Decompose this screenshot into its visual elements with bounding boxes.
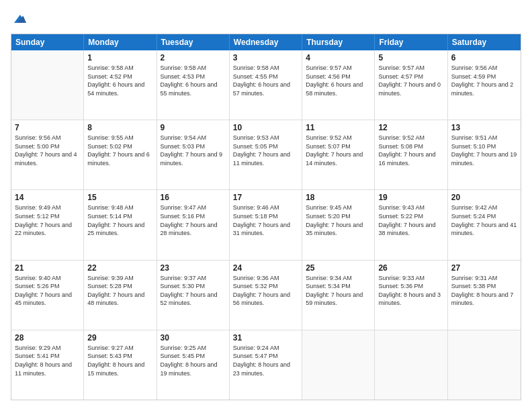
day-number: 30 (161, 333, 226, 342)
week-row-1: 1Sunrise: 9:58 AMSunset: 4:52 PMDaylight… (11, 50, 521, 120)
day-21: 21Sunrise: 9:40 AMSunset: 5:26 PMDayligh… (11, 261, 84, 330)
day-8: 8Sunrise: 9:55 AMSunset: 5:02 PMDaylight… (84, 120, 157, 189)
day-number: 29 (87, 333, 152, 342)
day-23: 23Sunrise: 9:37 AMSunset: 5:30 PMDayligh… (157, 261, 230, 330)
header-thursday: Thursday (302, 34, 375, 50)
day-info: Sunrise: 9:57 AMSunset: 4:57 PMDaylight:… (378, 64, 443, 97)
day-5: 5Sunrise: 9:57 AMSunset: 4:57 PMDaylight… (375, 50, 447, 120)
day-info: Sunrise: 9:25 AMSunset: 5:45 PMDaylight:… (161, 344, 226, 377)
day-22: 22Sunrise: 9:39 AMSunset: 5:28 PMDayligh… (84, 261, 157, 330)
day-info: Sunrise: 9:27 AMSunset: 5:43 PMDaylight:… (87, 344, 152, 377)
day-info: Sunrise: 9:43 AMSunset: 5:22 PMDaylight:… (378, 203, 443, 237)
day-info: Sunrise: 9:53 AMSunset: 5:05 PMDaylight:… (233, 134, 298, 167)
empty-cell (302, 330, 375, 400)
day-number: 13 (451, 123, 517, 132)
day-number: 27 (451, 263, 517, 273)
day-number: 9 (161, 123, 226, 132)
calendar-header: Sunday Monday Tuesday Wednesday Thursday… (11, 34, 521, 50)
day-info: Sunrise: 9:54 AMSunset: 5:03 PMDaylight:… (161, 134, 226, 167)
day-number: 17 (233, 193, 298, 202)
day-number: 12 (378, 123, 443, 132)
day-number: 24 (233, 263, 298, 273)
day-info: Sunrise: 9:47 AMSunset: 5:16 PMDaylight:… (161, 203, 226, 237)
day-number: 25 (306, 263, 371, 273)
day-number: 31 (233, 333, 298, 342)
day-number: 10 (233, 123, 298, 132)
day-17: 17Sunrise: 9:46 AMSunset: 5:18 PMDayligh… (230, 190, 302, 259)
day-info: Sunrise: 9:55 AMSunset: 5:02 PMDaylight:… (87, 134, 152, 167)
day-25: 25Sunrise: 9:34 AMSunset: 5:34 PMDayligh… (302, 261, 375, 330)
day-number: 7 (15, 123, 80, 132)
logo (11, 11, 28, 27)
day-number: 20 (451, 193, 517, 202)
day-number: 6 (451, 53, 517, 62)
header-tuesday: Tuesday (157, 34, 230, 50)
day-19: 19Sunrise: 9:43 AMSunset: 5:22 PMDayligh… (375, 190, 447, 259)
day-number: 26 (378, 263, 443, 273)
day-info: Sunrise: 9:56 AMSunset: 4:59 PMDaylight:… (451, 64, 517, 97)
day-info: Sunrise: 9:31 AMSunset: 5:38 PMDaylight:… (451, 274, 517, 308)
day-3: 3Sunrise: 9:58 AMSunset: 4:55 PMDaylight… (230, 50, 302, 120)
day-number: 15 (87, 193, 152, 202)
day-4: 4Sunrise: 9:57 AMSunset: 4:56 PMDaylight… (302, 50, 375, 120)
day-number: 19 (378, 193, 443, 202)
day-info: Sunrise: 9:33 AMSunset: 5:36 PMDaylight:… (378, 274, 443, 308)
day-number: 4 (306, 53, 371, 62)
header-friday: Friday (375, 34, 447, 50)
day-13: 13Sunrise: 9:51 AMSunset: 5:10 PMDayligh… (448, 120, 521, 189)
week-row-5: 28Sunrise: 9:29 AMSunset: 5:41 PMDayligh… (11, 330, 521, 400)
day-info: Sunrise: 9:39 AMSunset: 5:28 PMDaylight:… (87, 274, 152, 308)
day-9: 9Sunrise: 9:54 AMSunset: 5:03 PMDaylight… (157, 120, 230, 189)
calendar: Sunday Monday Tuesday Wednesday Thursday… (11, 34, 521, 400)
day-number: 22 (87, 263, 152, 273)
day-info: Sunrise: 9:56 AMSunset: 5:00 PMDaylight:… (15, 134, 80, 167)
week-row-3: 14Sunrise: 9:49 AMSunset: 5:12 PMDayligh… (11, 190, 521, 260)
day-11: 11Sunrise: 9:52 AMSunset: 5:07 PMDayligh… (302, 120, 375, 189)
day-info: Sunrise: 9:24 AMSunset: 5:47 PMDaylight:… (233, 344, 298, 377)
logo-icon (12, 11, 28, 27)
day-info: Sunrise: 9:49 AMSunset: 5:12 PMDaylight:… (15, 203, 80, 237)
day-20: 20Sunrise: 9:42 AMSunset: 5:24 PMDayligh… (448, 190, 521, 259)
empty-cell (11, 50, 84, 120)
day-15: 15Sunrise: 9:48 AMSunset: 5:14 PMDayligh… (84, 190, 157, 259)
day-18: 18Sunrise: 9:45 AMSunset: 5:20 PMDayligh… (302, 190, 375, 259)
header-wednesday: Wednesday (230, 34, 302, 50)
day-number: 28 (15, 333, 80, 342)
day-number: 16 (161, 193, 226, 202)
header-monday: Monday (84, 34, 157, 50)
week-row-2: 7Sunrise: 9:56 AMSunset: 5:00 PMDaylight… (11, 120, 521, 190)
day-info: Sunrise: 9:57 AMSunset: 4:56 PMDaylight:… (306, 64, 371, 97)
day-number: 3 (233, 53, 298, 62)
day-number: 23 (161, 263, 226, 273)
day-number: 14 (15, 193, 80, 202)
calendar-body: 1Sunrise: 9:58 AMSunset: 4:52 PMDaylight… (11, 50, 521, 400)
day-info: Sunrise: 9:42 AMSunset: 5:24 PMDaylight:… (451, 203, 517, 237)
day-29: 29Sunrise: 9:27 AMSunset: 5:43 PMDayligh… (84, 330, 157, 400)
day-info: Sunrise: 9:51 AMSunset: 5:10 PMDaylight:… (451, 134, 517, 167)
day-6: 6Sunrise: 9:56 AMSunset: 4:59 PMDaylight… (448, 50, 521, 120)
day-info: Sunrise: 9:52 AMSunset: 5:08 PMDaylight:… (378, 134, 443, 167)
day-number: 5 (378, 53, 443, 62)
day-info: Sunrise: 9:45 AMSunset: 5:20 PMDaylight:… (306, 203, 371, 237)
day-number: 11 (306, 123, 371, 132)
header-sunday: Sunday (11, 34, 84, 50)
page: Sunday Monday Tuesday Wednesday Thursday… (0, 0, 532, 411)
day-16: 16Sunrise: 9:47 AMSunset: 5:16 PMDayligh… (157, 190, 230, 259)
day-28: 28Sunrise: 9:29 AMSunset: 5:41 PMDayligh… (11, 330, 84, 400)
week-row-4: 21Sunrise: 9:40 AMSunset: 5:26 PMDayligh… (11, 261, 521, 330)
day-26: 26Sunrise: 9:33 AMSunset: 5:36 PMDayligh… (375, 261, 447, 330)
day-30: 30Sunrise: 9:25 AMSunset: 5:45 PMDayligh… (157, 330, 230, 400)
day-info: Sunrise: 9:58 AMSunset: 4:53 PMDaylight:… (161, 64, 226, 97)
day-7: 7Sunrise: 9:56 AMSunset: 5:00 PMDaylight… (11, 120, 84, 189)
day-27: 27Sunrise: 9:31 AMSunset: 5:38 PMDayligh… (448, 261, 521, 330)
day-2: 2Sunrise: 9:58 AMSunset: 4:53 PMDaylight… (157, 50, 230, 120)
day-10: 10Sunrise: 9:53 AMSunset: 5:05 PMDayligh… (230, 120, 302, 189)
header (11, 11, 521, 27)
day-info: Sunrise: 9:46 AMSunset: 5:18 PMDaylight:… (233, 203, 298, 237)
header-saturday: Saturday (448, 34, 521, 50)
day-number: 18 (306, 193, 371, 202)
day-info: Sunrise: 9:37 AMSunset: 5:30 PMDaylight:… (161, 274, 226, 308)
day-info: Sunrise: 9:58 AMSunset: 4:55 PMDaylight:… (233, 64, 298, 97)
day-info: Sunrise: 9:52 AMSunset: 5:07 PMDaylight:… (306, 134, 371, 167)
day-number: 2 (161, 53, 226, 62)
